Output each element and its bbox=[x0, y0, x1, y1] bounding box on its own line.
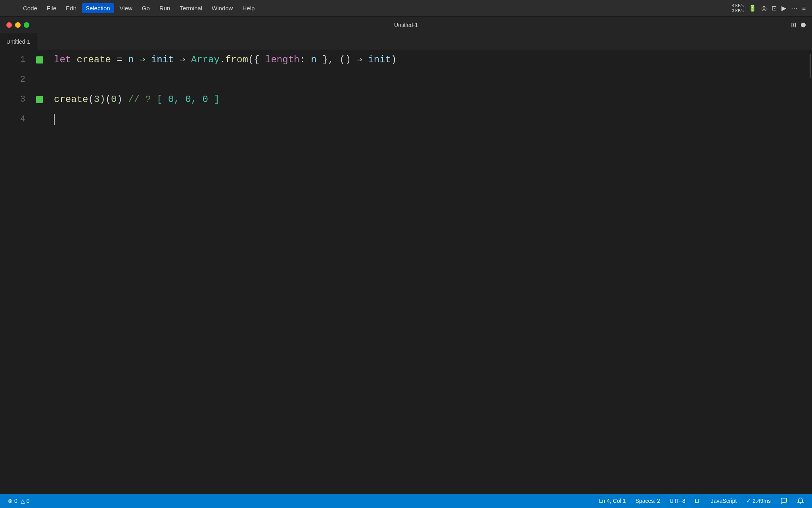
menu-edit[interactable]: Edit bbox=[62, 3, 80, 13]
line-numbers: 1 2 3 4 bbox=[0, 50, 32, 129]
status-spaces[interactable]: Spaces: 2 bbox=[634, 497, 662, 505]
battery-icon: 🔋 bbox=[749, 4, 756, 12]
menu-window[interactable]: Window bbox=[208, 3, 237, 13]
token-arrow1: ⇒ bbox=[134, 50, 151, 70]
token-openbrace: ({ bbox=[248, 50, 260, 70]
token-init2: init bbox=[368, 50, 391, 70]
token-eq: = bbox=[111, 50, 128, 70]
token-from: from bbox=[225, 50, 248, 70]
feedback-icon[interactable] bbox=[779, 496, 789, 505]
code-area[interactable]: let create = n ⇒ init ⇒ Array.from({ len… bbox=[48, 50, 806, 129]
token-arrow2: ⇒ bbox=[174, 50, 191, 70]
close-button[interactable] bbox=[6, 22, 12, 28]
error-count: 0 bbox=[14, 498, 17, 504]
token-n: n bbox=[128, 50, 134, 70]
menu-selection[interactable]: Selection bbox=[82, 3, 114, 13]
wifi-icon: ◎ bbox=[761, 4, 767, 12]
cast-icon: ⊡ bbox=[772, 4, 777, 12]
menu-view[interactable]: View bbox=[116, 3, 136, 13]
run-indicator-area bbox=[32, 50, 48, 129]
status-position[interactable]: Ln 4, Col 1 bbox=[598, 497, 628, 505]
run-indicator-3[interactable] bbox=[32, 90, 48, 110]
menu-terminal[interactable]: Terminal bbox=[176, 3, 206, 13]
network-down: 3 KB/s bbox=[732, 8, 743, 13]
code-line-3: create(3)(0) // ? [ 0, 0, 0 ] bbox=[54, 90, 806, 110]
run-square-1 bbox=[36, 56, 43, 64]
status-encoding[interactable]: UTF-8 bbox=[668, 497, 687, 505]
code-line-1: let create = n ⇒ init ⇒ Array.from({ len… bbox=[54, 50, 806, 70]
text-cursor bbox=[54, 110, 55, 129]
token-dot: . bbox=[220, 50, 225, 70]
line-number-2: 2 bbox=[0, 70, 25, 90]
token-colon: : bbox=[299, 50, 311, 70]
apple-menu[interactable] bbox=[6, 7, 14, 10]
status-right: Ln 4, Col 1 Spaces: 2 UTF-8 LF JavaScrip… bbox=[598, 496, 806, 505]
minimize-button[interactable] bbox=[15, 22, 21, 28]
menu-run[interactable]: Run bbox=[155, 3, 174, 13]
network-speed: 4 KB/s 3 KB/s bbox=[732, 3, 743, 13]
code-line-2 bbox=[54, 70, 806, 90]
notification-icon[interactable] bbox=[795, 496, 806, 505]
editor-main[interactable]: 1 2 3 4 let create = n ⇒ init ⇒ Array.fr… bbox=[0, 50, 812, 129]
token-array: Array bbox=[191, 50, 220, 70]
scrollbar-thumb[interactable] bbox=[810, 54, 811, 78]
tab-bar: Untitled-1 bbox=[0, 33, 812, 50]
run-indicator-2 bbox=[32, 70, 48, 90]
token-3: 3 bbox=[94, 90, 100, 110]
token-create-call: create bbox=[54, 90, 88, 110]
status-left: ⊗ 0 △ 0 bbox=[6, 497, 31, 505]
status-language[interactable]: JavaScript bbox=[709, 497, 738, 505]
publish-dot-icon[interactable] bbox=[801, 23, 806, 27]
token-p2: )( bbox=[100, 90, 111, 110]
title-bar-actions: ⊞ bbox=[791, 21, 806, 29]
line-number-4: 4 bbox=[0, 110, 25, 129]
status-errors[interactable]: ⊗ 0 △ 0 bbox=[6, 497, 31, 505]
line-number-1: 1 bbox=[0, 50, 25, 70]
token-let: let bbox=[54, 50, 77, 70]
line-number-3: 3 bbox=[0, 90, 25, 110]
status-line-ending[interactable]: LF bbox=[693, 497, 703, 505]
menu-go[interactable]: Go bbox=[138, 3, 154, 13]
token-n2: n bbox=[311, 50, 316, 70]
run-square-3 bbox=[36, 96, 43, 103]
run-indicator-1[interactable] bbox=[32, 50, 48, 70]
error-icon: ⊗ bbox=[8, 498, 13, 504]
warning-icon: △ bbox=[21, 498, 25, 504]
token-rest: }, () ⇒ bbox=[317, 50, 368, 70]
token-comment: // ? bbox=[128, 90, 157, 110]
tab-label: Untitled-1 bbox=[6, 38, 30, 45]
menu-code[interactable]: Code bbox=[19, 3, 41, 13]
window-controls bbox=[6, 22, 29, 28]
scrollbar[interactable] bbox=[806, 50, 812, 129]
network-up: 4 KB/s bbox=[732, 3, 743, 8]
token-result: [ 0, 0, 0 ] bbox=[157, 90, 219, 110]
menu-bar: Code File Edit Selection View Go Run Ter… bbox=[0, 0, 812, 17]
warning-count: 0 bbox=[27, 498, 30, 504]
token-p3: ) bbox=[117, 90, 128, 110]
tab-untitled-1[interactable]: Untitled-1 bbox=[0, 33, 37, 50]
status-timing: ✓ 2.49ms bbox=[745, 497, 772, 505]
token-0: 0 bbox=[111, 90, 117, 110]
menu-file[interactable]: File bbox=[43, 3, 60, 13]
token-close: ) bbox=[391, 50, 396, 70]
token-length: length bbox=[260, 50, 300, 70]
token-init1: init bbox=[151, 50, 174, 70]
token-create: create bbox=[77, 50, 111, 70]
controls-icon[interactable]: ▶ bbox=[781, 4, 786, 12]
title-bar: Untitled-1 ⊞ bbox=[0, 17, 812, 33]
window-title: Untitled-1 bbox=[394, 22, 418, 28]
status-bar: ⊗ 0 △ 0 Ln 4, Col 1 Spaces: 2 UTF-8 LF J… bbox=[0, 494, 812, 508]
code-line-4 bbox=[54, 110, 806, 129]
split-editor-icon[interactable]: ⊞ bbox=[791, 21, 796, 29]
maximize-button[interactable] bbox=[24, 22, 29, 28]
menu-help[interactable]: Help bbox=[238, 3, 259, 13]
extensions-icon: ⋯ bbox=[791, 4, 797, 12]
token-p1: ( bbox=[88, 90, 94, 110]
menu-bar-right: 4 KB/s 3 KB/s 🔋 ◎ ⊡ ▶ ⋯ ≡ bbox=[732, 3, 806, 13]
list-icon: ≡ bbox=[802, 5, 806, 12]
run-indicator-4 bbox=[32, 110, 48, 129]
